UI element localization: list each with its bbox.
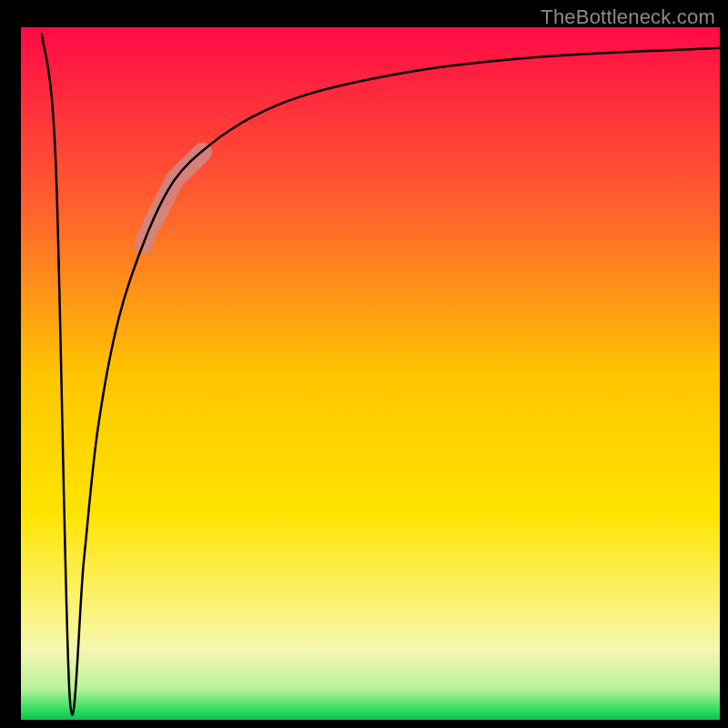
chart-frame: TheBottleneck.com [0,0,728,728]
watermark-text: TheBottleneck.com [541,5,715,29]
bottleneck-chart [0,0,728,728]
plot-background [21,27,720,720]
